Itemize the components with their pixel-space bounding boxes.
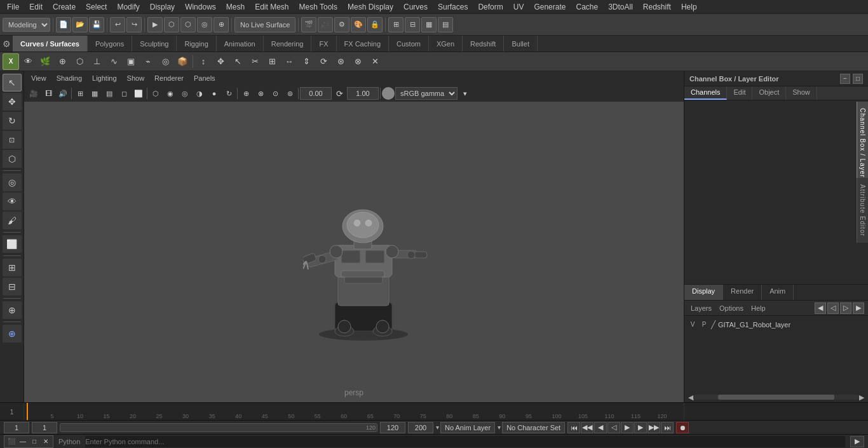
start-frame-input[interactable]: 1 (32, 422, 57, 433)
current-frame-input[interactable]: 1 (4, 422, 29, 433)
menu-display[interactable]: Display (146, 1, 179, 13)
select-tool[interactable]: ↖ (3, 74, 22, 92)
x-icon-btn[interactable]: ✕ (367, 53, 383, 70)
archive-btn[interactable]: 📦 (174, 53, 191, 70)
tab-rigging[interactable]: Rigging (177, 36, 216, 51)
vpt-camera[interactable]: 🎥 (27, 86, 41, 100)
timeline-ruler[interactable]: 5 10 15 20 25 30 35 40 45 50 55 60 65 70… (24, 403, 684, 420)
anim-layer-chevron[interactable]: ▾ (436, 424, 439, 431)
vpt-audio[interactable]: 🔊 (56, 86, 70, 100)
transport-next-frame[interactable]: ▶ (634, 422, 647, 433)
menu-edit[interactable]: Edit (25, 1, 47, 13)
place-guides-btn[interactable]: ↕ (195, 53, 212, 70)
vpt-sel[interactable]: ◻ (117, 86, 131, 100)
tab-fx-caching[interactable]: FX Caching (337, 36, 389, 51)
tab-polygons[interactable]: Polygons (88, 36, 132, 51)
vp-lighting[interactable]: Lighting (88, 74, 121, 83)
minimize-window-btn[interactable]: — (18, 437, 27, 446)
layers-tab-label[interactable]: Layers (688, 304, 714, 313)
anim-layer-btn[interactable]: No Anim Layer (440, 422, 495, 433)
vpt-shade1[interactable]: ◑ (193, 86, 207, 100)
disp-tab-display[interactable]: Display (684, 285, 723, 300)
rp-max-btn[interactable]: □ (853, 74, 863, 84)
menu-redshift[interactable]: Redshift (639, 1, 675, 13)
paint-tool[interactable]: 🖌 (3, 212, 22, 229)
vpt-detail3[interactable]: ⊙ (268, 86, 282, 100)
transport-play[interactable]: ▶ (621, 422, 634, 433)
lasso-select-btn[interactable]: ⬡ (164, 17, 179, 32)
disp-tab-render[interactable]: Render (723, 285, 762, 300)
add-desc-btn[interactable]: ⊕ (54, 53, 71, 70)
soft-select[interactable]: ◎ (3, 173, 22, 191)
vpt-shade2[interactable]: ● (207, 86, 221, 100)
transport-prev-key[interactable]: ◀◀ (581, 422, 593, 433)
layer-row-robot[interactable]: V P ╱ GITAI_G1_Robot_layer (686, 317, 867, 332)
vp-panels[interactable]: Panels (189, 74, 220, 83)
tab-custom[interactable]: Custom (389, 36, 429, 51)
soft-select-btn[interactable]: ◎ (197, 17, 212, 32)
cut-guides-btn[interactable]: ✂ (247, 53, 263, 70)
tab-xgen[interactable]: XGen (429, 36, 463, 51)
vpt-refresh[interactable]: ↻ (222, 86, 236, 100)
render-btn[interactable]: 🎬 (301, 17, 316, 32)
vpt-wireframe[interactable]: ⬡ (149, 86, 163, 100)
select-tool-btn[interactable]: ▶ (147, 17, 163, 32)
camera-tool[interactable]: ⊕ (3, 301, 22, 319)
layer-next-btn[interactable]: ▶ (853, 302, 864, 314)
vp-show[interactable]: Show (123, 74, 149, 83)
plus-grid[interactable]: ⊞ (3, 259, 22, 276)
char-set-chevron[interactable]: ▾ (498, 424, 501, 431)
vpt-smooth[interactable]: ◉ (163, 86, 177, 100)
move-tool[interactable]: ✥ (3, 93, 22, 111)
vpt-zoom-value[interactable]: 1.00 (347, 87, 379, 100)
attract-btn[interactable]: ⊛ (332, 53, 349, 70)
vpt-film[interactable]: 🎞 (41, 86, 55, 100)
leaf-btn[interactable]: 🌿 (37, 53, 53, 70)
undo-btn[interactable]: ↩ (110, 17, 125, 32)
attribute-editor-tab[interactable]: Attribute Editor (857, 178, 868, 243)
scroll-right-btn[interactable]: ▶ (859, 393, 864, 402)
tab-bullet[interactable]: Bullet (504, 36, 538, 51)
rotate-tool[interactable]: ↻ (3, 112, 22, 130)
universal-tool[interactable]: ⬡ (3, 150, 22, 168)
snap-grid[interactable]: ⊕ (3, 325, 22, 343)
tab-channels[interactable]: Channels (684, 86, 727, 100)
menu-file[interactable]: File (3, 1, 24, 13)
vp-shading[interactable]: Shading (52, 74, 86, 83)
range-end-input[interactable]: 120 (380, 422, 405, 433)
vpt-select-all[interactable]: ⬜ (132, 86, 146, 100)
tab-object[interactable]: Object (752, 86, 786, 100)
transport-skip-start[interactable]: ⏮ (567, 422, 580, 433)
tab-sculpting[interactable]: Sculpting (132, 36, 177, 51)
menu-help[interactable]: Help (677, 1, 702, 13)
select-guides-btn[interactable]: ↖ (229, 53, 246, 70)
tab-redshift[interactable]: Redshift (463, 36, 504, 51)
tab-animation[interactable]: Animation (217, 36, 264, 51)
tab-fx[interactable]: FX (311, 36, 336, 51)
vis-btn[interactable]: 👁 (20, 53, 36, 70)
menu-curves[interactable]: Curves (399, 1, 432, 13)
menu-generate[interactable]: Generate (529, 1, 570, 13)
vpt-grid[interactable]: ⊞ (73, 86, 87, 100)
hair-btn[interactable]: ⬡ (71, 53, 88, 70)
menu-mesh[interactable]: Mesh (222, 1, 249, 13)
transport-next-key[interactable]: ▶▶ (648, 422, 660, 433)
menu-create[interactable]: Create (48, 1, 80, 13)
menu-modify[interactable]: Modify (112, 1, 144, 13)
tab-show[interactable]: Show (786, 86, 817, 100)
live-surface-btn[interactable]: No Live Surface (234, 17, 295, 32)
width-btn[interactable]: ⇕ (298, 53, 315, 70)
char-set-btn[interactable]: No Character Set (502, 422, 565, 433)
vpt-detail1[interactable]: ⊕ (239, 86, 253, 100)
transport-play-back[interactable]: ◁ (607, 422, 620, 433)
length-btn[interactable]: ↔ (281, 53, 297, 70)
vpt-camera-value[interactable]: 0.00 (300, 87, 332, 100)
menu-surfaces[interactable]: Surfaces (433, 1, 472, 13)
layers-options-tab[interactable]: Options (717, 304, 746, 313)
ui-layout-btn[interactable]: ⊞ (388, 17, 403, 32)
rp-close-btn[interactable]: − (840, 74, 850, 84)
layer-next2-btn[interactable]: ▷ (840, 302, 851, 314)
move-guides-btn[interactable]: ✥ (212, 53, 229, 70)
tab-edit[interactable]: Edit (727, 86, 752, 100)
max-frame-input[interactable]: 200 (408, 422, 433, 433)
